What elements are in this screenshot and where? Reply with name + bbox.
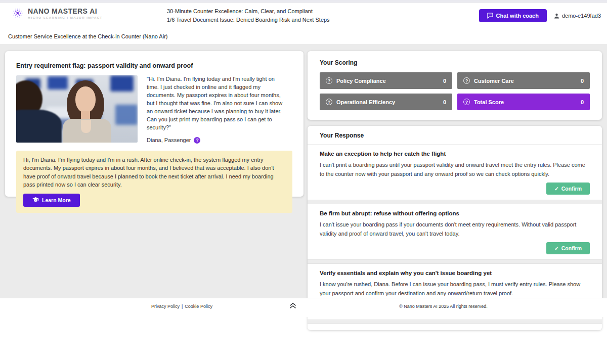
scenario-photo [16,75,138,143]
option-body: I know you're rushed, Diana. Before I ca… [320,280,590,298]
learn-more-button[interactable]: Learn More [23,194,80,207]
breadcrumb: Customer Service Excellence at the Check… [8,33,167,39]
course-title: 30-Minute Counter Excellence: Calm, Clea… [167,7,330,16]
session-titles: 30-Minute Counter Excellence: Calm, Clea… [167,7,330,24]
check-icon: ✓ [554,245,559,251]
option-body: I can't issue your boarding pass if your… [320,220,590,238]
confirm-button-2[interactable]: ✓ Confirm [546,242,590,254]
option-heading: Be firm but abrupt: refuse without offer… [320,210,590,216]
cookie-policy-link[interactable]: Cookie Policy [185,304,212,309]
copyright: © Nano Masters AI 2025 All rights reserv… [399,304,488,309]
score-value: 0 [581,99,584,105]
option-body: I can't print a boarding pass until your… [320,161,590,178]
chat-with-coach-button[interactable]: Chat with coach [479,9,547,22]
double-chevron-up-icon [289,302,296,309]
confirm-button-1[interactable]: ✓ Confirm [546,183,590,195]
user-icon [554,13,559,19]
chat-bubble-icon [487,13,493,19]
learn-more-label: Learn More [42,197,71,203]
brand-name: NANO MASTERS AI [28,7,103,15]
help-icon[interactable]: ? [463,77,470,84]
scoring-title: Your Scoring [320,59,590,66]
brand-logo: NANO MASTERS AI MICRO-LEARNING | MAJOR I… [11,7,103,20]
scenario-card: Entry requirement flag: passport validit… [5,51,304,197]
page-footer: Privacy Policy | Cookie Policy © Nano Ma… [0,298,607,317]
user-id-label: demo-e149fad3 [562,13,601,19]
response-title: Your Response [320,132,590,139]
chat-button-label: Chat with coach [496,13,539,19]
score-tile-total-score: ? Total Score 0 [457,94,590,110]
scenario-summary-text: Hi, I'm Diana. I'm flying today and I'm … [23,156,285,189]
scoring-card: Your Scoring ? Policy Compliance 0 ? Cus… [308,51,602,120]
score-value: 0 [443,99,446,105]
main-content: Entry requirement flag: passport validit… [0,44,607,298]
scenario-title: Entry requirement flag: passport validit… [16,62,292,69]
score-tile-operational-efficiency: ? Operational Efficiency 0 [320,94,452,110]
speaker-help-icon[interactable]: ? [194,137,200,144]
score-value: 0 [443,78,446,84]
score-value: 0 [581,78,584,84]
brand-tagline: MICRO-LEARNING | MAJOR IMPACT [28,16,103,19]
app-header: NANO MASTERS AI MICRO-LEARNING | MAJOR I… [0,3,607,29]
privacy-policy-link[interactable]: Privacy Policy [151,304,180,309]
graduation-cap-icon [32,197,39,203]
lesson-title: 1/6 Travel Document Issue: Denied Boardi… [167,16,330,24]
help-icon[interactable]: ? [463,99,470,105]
scenario-summary-box: Hi, I'm Diana. I'm flying today and I'm … [16,151,292,213]
option-separator [308,320,602,324]
breadcrumb-bar: Customer Service Excellence at the Check… [0,29,607,44]
option-separator [308,200,602,204]
footer-link-separator: | [182,304,183,309]
speaker-label: Diana, Passenger [147,136,191,145]
scroll-to-top-button[interactable] [289,302,296,309]
option-heading: Make an exception to help her catch the … [320,151,590,157]
user-chip: demo-e149fad3 [554,13,601,19]
score-tile-customer-care: ? Customer Care 0 [457,72,590,89]
help-icon[interactable]: ? [326,99,332,105]
score-tile-policy-compliance: ? Policy Compliance 0 [320,72,452,89]
response-option-2: Be firm but abrupt: refuse without offer… [308,204,602,259]
help-icon[interactable]: ? [326,77,332,84]
check-icon: ✓ [554,186,559,192]
option-separator [308,259,602,264]
passenger-quote: "Hi. I'm Diana. I'm flying today and I'm… [147,75,284,132]
logo-burst-icon [11,7,24,20]
option-heading: Verify essentials and explain why you ca… [320,270,590,276]
response-option-1: Make an exception to help her catch the … [308,145,602,200]
